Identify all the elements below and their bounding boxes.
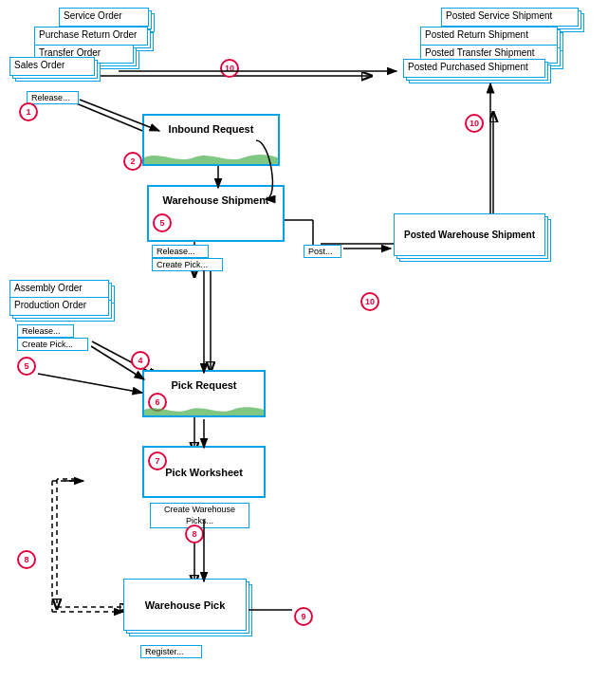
pick-worksheet-label: Pick Worksheet bbox=[165, 467, 243, 478]
posted-service-shipment-label: Posted Service Shipment bbox=[441, 8, 579, 27]
pick-request-label: Pick Request bbox=[171, 379, 236, 391]
posted-purchased-shipment-stack: Posted Purchased Shipment bbox=[403, 59, 545, 78]
circle-10-right: 10 bbox=[465, 114, 484, 133]
warehouse-pick-stack: Warehouse Pick bbox=[123, 579, 247, 631]
circle-4: 4 bbox=[131, 351, 150, 370]
warehouse-shipment-box: Warehouse Shipment 5 bbox=[147, 185, 285, 242]
circle-10-top: 10 bbox=[220, 59, 239, 78]
warehouse-pick-label: Warehouse Pick bbox=[123, 579, 247, 631]
additional-arrows bbox=[0, 0, 608, 700]
posted-warehouse-shipment-stack: Posted Warehouse Shipment bbox=[394, 213, 545, 256]
release-button-3[interactable]: Release... bbox=[17, 324, 74, 338]
register-button[interactable]: Register... bbox=[140, 645, 202, 658]
posted-service-shipment-stack: Posted Service Shipment bbox=[441, 8, 579, 27]
purchase-return-stack: Purchase Return Order bbox=[34, 27, 148, 46]
circle-9: 9 bbox=[294, 607, 313, 626]
circle-1: 1 bbox=[19, 102, 38, 121]
circle-8-inner: 8 bbox=[185, 525, 204, 543]
assembly-order-stack: Assembly Order bbox=[9, 280, 109, 299]
circle-5-left: 5 bbox=[17, 357, 36, 376]
warehouse-shipment-label: Warehouse Shipment bbox=[162, 194, 268, 206]
purchase-return-label: Purchase Return Order bbox=[34, 27, 148, 46]
sales-order-label: Sales Order bbox=[9, 57, 95, 76]
svg-line-1 bbox=[74, 102, 152, 135]
create-warehouse-picks-button[interactable]: Create WarehousePicks... bbox=[150, 503, 249, 528]
assembly-order-label: Assembly Order bbox=[9, 280, 109, 299]
sales-order-stack: Sales Order bbox=[9, 57, 95, 76]
create-pick-button-1[interactable]: Create Pick... bbox=[152, 258, 223, 271]
posted-warehouse-shipment-label: Posted Warehouse Shipment bbox=[394, 213, 545, 256]
posted-return-shipment-label: Posted Return Shipment bbox=[420, 27, 558, 46]
posted-return-shipment-stack: Posted Return Shipment bbox=[420, 27, 558, 46]
posted-purchased-shipment-label: Posted Purchased Shipment bbox=[403, 59, 545, 78]
release-button-2[interactable]: Release... bbox=[152, 245, 209, 258]
release-button-1[interactable]: Release... bbox=[27, 91, 79, 104]
service-order-stack: Service Order bbox=[59, 8, 149, 27]
circle-7: 7 bbox=[148, 451, 167, 470]
inbound-request-label: Inbound Request bbox=[169, 123, 254, 135]
production-order-stack: Production Order bbox=[9, 297, 109, 316]
pick-request-box: Pick Request 6 bbox=[142, 370, 266, 417]
circle-5-ws: 5 bbox=[153, 213, 172, 232]
svg-line-24 bbox=[38, 374, 142, 393]
circle-2: 2 bbox=[123, 152, 142, 171]
circle-10-bottom: 10 bbox=[360, 292, 379, 311]
pick-worksheet-box: Pick Worksheet 7 bbox=[142, 446, 266, 498]
service-order-label: Service Order bbox=[59, 8, 149, 27]
production-order-label: Production Order bbox=[9, 297, 109, 316]
create-pick-button-2[interactable]: Create Pick... bbox=[17, 338, 88, 351]
post-button[interactable]: Post... bbox=[304, 245, 341, 258]
circle-8-left: 8 bbox=[17, 550, 36, 569]
diagram-container: Service Order Purchase Return Order Tran… bbox=[0, 0, 608, 700]
inbound-request-box: Inbound Request bbox=[142, 114, 280, 166]
arrows-layer bbox=[0, 0, 608, 700]
